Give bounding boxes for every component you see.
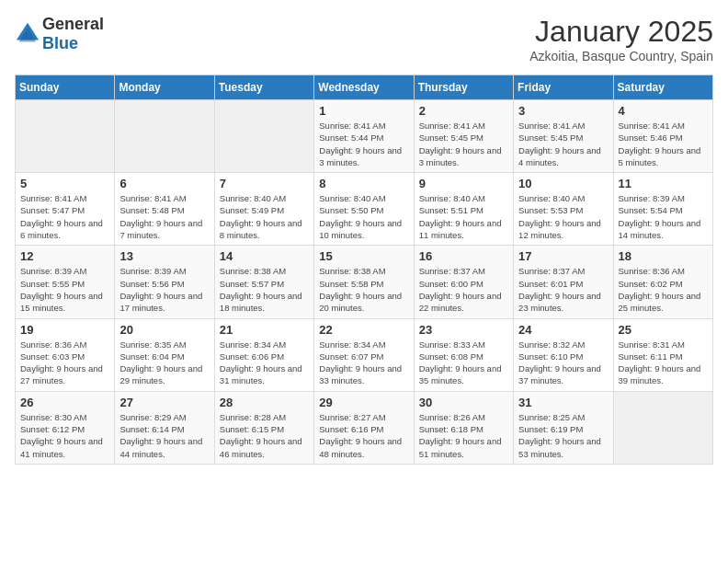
calendar-cell: 9Sunrise: 8:40 AM Sunset: 5:51 PM Daylig… xyxy=(414,173,513,246)
day-info: Sunrise: 8:41 AM Sunset: 5:46 PM Dayligh… xyxy=(619,120,708,168)
column-header-wednesday: Wednesday xyxy=(314,75,414,100)
day-number: 1 xyxy=(319,104,408,118)
column-header-thursday: Thursday xyxy=(414,75,513,100)
calendar-cell: 2Sunrise: 8:41 AM Sunset: 5:45 PM Daylig… xyxy=(414,100,513,173)
day-number: 31 xyxy=(518,396,608,409)
day-info: Sunrise: 8:39 AM Sunset: 5:54 PM Dayligh… xyxy=(619,192,708,241)
day-info: Sunrise: 8:35 AM Sunset: 6:04 PM Dayligh… xyxy=(119,339,209,387)
day-number: 21 xyxy=(220,323,309,337)
day-number: 19 xyxy=(20,323,109,337)
calendar-cell: 23Sunrise: 8:33 AM Sunset: 6:08 PM Dayli… xyxy=(414,318,513,391)
logo-icon xyxy=(15,21,40,47)
day-number: 4 xyxy=(619,104,708,118)
calendar-week-3: 12Sunrise: 8:39 AM Sunset: 5:55 PM Dayli… xyxy=(16,246,713,318)
day-number: 18 xyxy=(619,249,708,263)
day-number: 25 xyxy=(619,323,708,337)
calendar-week-5: 26Sunrise: 8:30 AM Sunset: 6:12 PM Dayli… xyxy=(16,391,713,464)
column-header-monday: Monday xyxy=(115,75,214,100)
calendar-cell: 21Sunrise: 8:34 AM Sunset: 6:06 PM Dayli… xyxy=(214,318,313,391)
day-info: Sunrise: 8:36 AM Sunset: 6:03 PM Dayligh… xyxy=(20,339,109,387)
calendar-cell: 17Sunrise: 8:37 AM Sunset: 6:01 PM Dayli… xyxy=(514,246,613,318)
calendar-cell: 15Sunrise: 8:38 AM Sunset: 5:58 PM Dayli… xyxy=(314,246,414,318)
calendar-cell: 1Sunrise: 8:41 AM Sunset: 5:44 PM Daylig… xyxy=(314,100,414,173)
day-number: 12 xyxy=(20,249,109,263)
day-info: Sunrise: 8:33 AM Sunset: 6:08 PM Dayligh… xyxy=(419,339,508,387)
day-info: Sunrise: 8:37 AM Sunset: 6:01 PM Dayligh… xyxy=(518,265,608,314)
day-number: 15 xyxy=(319,249,408,263)
day-info: Sunrise: 8:37 AM Sunset: 6:00 PM Dayligh… xyxy=(419,265,508,314)
calendar-cell: 8Sunrise: 8:40 AM Sunset: 5:50 PM Daylig… xyxy=(314,173,414,246)
calendar-cell: 29Sunrise: 8:27 AM Sunset: 6:16 PM Dayli… xyxy=(314,391,414,464)
calendar-cell: 4Sunrise: 8:41 AM Sunset: 5:46 PM Daylig… xyxy=(613,100,712,173)
day-info: Sunrise: 8:34 AM Sunset: 6:06 PM Dayligh… xyxy=(220,339,309,387)
day-info: Sunrise: 8:28 AM Sunset: 6:15 PM Dayligh… xyxy=(220,411,309,460)
calendar-cell xyxy=(613,391,712,464)
calendar-cell: 28Sunrise: 8:28 AM Sunset: 6:15 PM Dayli… xyxy=(214,391,313,464)
column-header-tuesday: Tuesday xyxy=(214,75,313,100)
calendar-cell: 24Sunrise: 8:32 AM Sunset: 6:10 PM Dayli… xyxy=(514,318,613,391)
calendar-week-2: 5Sunrise: 8:41 AM Sunset: 5:47 PM Daylig… xyxy=(16,173,713,246)
calendar-cell: 3Sunrise: 8:41 AM Sunset: 5:45 PM Daylig… xyxy=(514,100,613,173)
calendar-cell: 18Sunrise: 8:36 AM Sunset: 6:02 PM Dayli… xyxy=(613,246,712,318)
calendar-header-row: SundayMondayTuesdayWednesdayThursdayFrid… xyxy=(16,75,713,100)
day-number: 3 xyxy=(518,104,608,118)
day-number: 28 xyxy=(220,396,309,409)
day-number: 23 xyxy=(419,323,508,337)
day-info: Sunrise: 8:32 AM Sunset: 6:10 PM Dayligh… xyxy=(518,339,608,387)
calendar-cell: 31Sunrise: 8:25 AM Sunset: 6:19 PM Dayli… xyxy=(514,391,613,464)
day-number: 6 xyxy=(119,177,209,190)
column-header-sunday: Sunday xyxy=(16,75,115,100)
day-info: Sunrise: 8:38 AM Sunset: 5:58 PM Dayligh… xyxy=(319,265,408,314)
day-number: 10 xyxy=(518,177,608,190)
day-number: 24 xyxy=(518,323,608,337)
day-number: 8 xyxy=(319,177,408,190)
calendar-cell: 5Sunrise: 8:41 AM Sunset: 5:47 PM Daylig… xyxy=(16,173,115,246)
calendar-cell: 14Sunrise: 8:38 AM Sunset: 5:57 PM Dayli… xyxy=(214,246,313,318)
day-info: Sunrise: 8:25 AM Sunset: 6:19 PM Dayligh… xyxy=(518,411,608,460)
day-info: Sunrise: 8:27 AM Sunset: 6:16 PM Dayligh… xyxy=(319,411,408,460)
day-info: Sunrise: 8:40 AM Sunset: 5:53 PM Dayligh… xyxy=(518,192,608,241)
day-number: 5 xyxy=(20,177,109,190)
logo-blue-text: Blue xyxy=(42,34,78,52)
calendar-cell xyxy=(115,100,214,173)
day-info: Sunrise: 8:41 AM Sunset: 5:48 PM Dayligh… xyxy=(119,192,209,241)
title-section: January 2025 Azkoitia, Basque Country, S… xyxy=(529,15,713,63)
day-number: 7 xyxy=(220,177,309,190)
month-title: January 2025 xyxy=(529,15,713,49)
day-info: Sunrise: 8:26 AM Sunset: 6:18 PM Dayligh… xyxy=(419,411,508,460)
day-info: Sunrise: 8:30 AM Sunset: 6:12 PM Dayligh… xyxy=(20,411,109,460)
day-info: Sunrise: 8:29 AM Sunset: 6:14 PM Dayligh… xyxy=(119,411,209,460)
location-title: Azkoitia, Basque Country, Spain xyxy=(529,49,713,63)
day-number: 9 xyxy=(419,177,508,190)
calendar-week-4: 19Sunrise: 8:36 AM Sunset: 6:03 PM Dayli… xyxy=(16,318,713,391)
day-number: 17 xyxy=(518,249,608,263)
logo-general-text: General xyxy=(42,15,104,33)
calendar-cell: 22Sunrise: 8:34 AM Sunset: 6:07 PM Dayli… xyxy=(314,318,414,391)
calendar-cell: 27Sunrise: 8:29 AM Sunset: 6:14 PM Dayli… xyxy=(115,391,214,464)
day-info: Sunrise: 8:41 AM Sunset: 5:44 PM Dayligh… xyxy=(319,120,408,168)
page-header: General Blue January 2025 Azkoitia, Basq… xyxy=(15,15,713,63)
day-info: Sunrise: 8:40 AM Sunset: 5:49 PM Dayligh… xyxy=(220,192,309,241)
day-info: Sunrise: 8:31 AM Sunset: 6:11 PM Dayligh… xyxy=(619,339,708,387)
calendar-cell: 11Sunrise: 8:39 AM Sunset: 5:54 PM Dayli… xyxy=(613,173,712,246)
day-info: Sunrise: 8:41 AM Sunset: 5:45 PM Dayligh… xyxy=(419,120,508,168)
day-number: 26 xyxy=(20,396,109,409)
day-info: Sunrise: 8:34 AM Sunset: 6:07 PM Dayligh… xyxy=(319,339,408,387)
calendar-cell xyxy=(214,100,313,173)
day-info: Sunrise: 8:39 AM Sunset: 5:55 PM Dayligh… xyxy=(20,265,109,314)
calendar-cell: 12Sunrise: 8:39 AM Sunset: 5:55 PM Dayli… xyxy=(16,246,115,318)
day-info: Sunrise: 8:39 AM Sunset: 5:56 PM Dayligh… xyxy=(119,265,209,314)
calendar-cell: 30Sunrise: 8:26 AM Sunset: 6:18 PM Dayli… xyxy=(414,391,513,464)
day-number: 2 xyxy=(419,104,508,118)
column-header-saturday: Saturday xyxy=(613,75,712,100)
day-number: 20 xyxy=(119,323,209,337)
day-number: 30 xyxy=(419,396,508,409)
calendar-cell: 26Sunrise: 8:30 AM Sunset: 6:12 PM Dayli… xyxy=(16,391,115,464)
day-number: 13 xyxy=(119,249,209,263)
calendar-table: SundayMondayTuesdayWednesdayThursdayFrid… xyxy=(15,75,713,465)
day-number: 14 xyxy=(220,249,309,263)
day-number: 22 xyxy=(319,323,408,337)
day-number: 11 xyxy=(619,177,708,190)
calendar-cell: 13Sunrise: 8:39 AM Sunset: 5:56 PM Dayli… xyxy=(115,246,214,318)
calendar-cell: 16Sunrise: 8:37 AM Sunset: 6:00 PM Dayli… xyxy=(414,246,513,318)
